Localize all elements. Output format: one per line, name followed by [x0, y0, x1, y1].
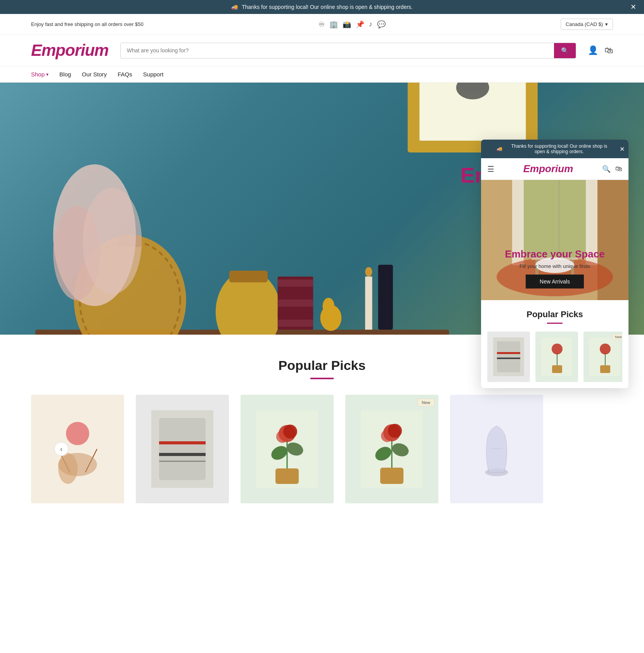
- svg-rect-67: [497, 358, 520, 359]
- account-icon[interactable]: 👤: [588, 45, 598, 55]
- mobile-products-grid: New: [487, 332, 622, 382]
- products-wrapper: ‹: [31, 395, 613, 503]
- currency-selector[interactable]: Canada (CAD $) ▾: [561, 19, 613, 30]
- logo[interactable]: Emporium: [31, 41, 109, 60]
- svg-rect-69: [552, 365, 562, 373]
- svg-rect-34: [159, 461, 206, 462]
- announcement-text: Thanks for supporting local! Our online …: [242, 4, 412, 10]
- svg-point-22: [365, 267, 372, 276]
- svg-rect-54: [520, 180, 590, 257]
- currency-label: Canada (CAD $): [566, 21, 603, 27]
- svg-rect-8: [278, 290, 313, 297]
- shipping-message: Enjoy fast and free shipping on all orde…: [31, 21, 144, 27]
- nav-item-shop[interactable]: Shop ▾: [31, 71, 48, 78]
- mobile-product-geranium[interactable]: [535, 332, 578, 382]
- svg-point-71: [552, 344, 563, 354]
- product-card-blanket[interactable]: [136, 395, 229, 503]
- product-image-geranium-2: New: [345, 395, 438, 503]
- svg-rect-23: [378, 265, 393, 330]
- truck-icon: 🚚: [231, 4, 238, 10]
- mobile-hero-image: Embrace your Space Fill your home with u…: [481, 180, 628, 300]
- mobile-product-geranium-2[interactable]: New: [583, 332, 622, 382]
- social-icons: ♾ 🏢 📸 📌 ♪ 💬: [319, 20, 386, 29]
- mobile-header-icons: 🔍 🛍: [602, 165, 622, 173]
- header: Emporium 🔍 👤 🛍: [0, 35, 644, 66]
- mobile-product-blanket[interactable]: [487, 332, 530, 382]
- svg-rect-36: [275, 468, 299, 484]
- nav-link-our-story[interactable]: Our Story: [82, 71, 107, 78]
- mobile-new-badge: New: [612, 334, 622, 340]
- mobile-popular-title: Popular Picks: [487, 309, 622, 320]
- svg-point-16: [83, 188, 142, 294]
- product-card-vase[interactable]: [450, 395, 543, 503]
- carousel-prev-button[interactable]: ‹: [54, 442, 68, 456]
- announcement-close-button[interactable]: ✕: [630, 3, 636, 10]
- social-icon-5[interactable]: ♪: [369, 20, 372, 28]
- mobile-truck-icon: 🚚: [497, 146, 502, 152]
- svg-rect-66: [497, 352, 520, 354]
- nav-link-blog[interactable]: Blog: [59, 71, 71, 78]
- svg-rect-10: [278, 309, 313, 316]
- mobile-product-img-geranium-2: New: [583, 332, 622, 382]
- products-grid: New: [31, 395, 613, 503]
- chevron-icon: ▾: [46, 72, 48, 77]
- chevron-down-icon: ▾: [605, 21, 608, 27]
- product-card-geranium[interactable]: [241, 395, 334, 503]
- search-input[interactable]: [121, 43, 554, 57]
- svg-rect-32: [159, 441, 206, 444]
- cart-icon[interactable]: 🛍: [604, 45, 613, 55]
- svg-rect-73: [600, 365, 610, 373]
- mobile-announcement-text: Thanks for supporting local! Our online …: [506, 143, 613, 154]
- navigation: Shop ▾ Blog Our Story FAQs Support: [0, 66, 644, 83]
- section-divider: [310, 378, 334, 379]
- svg-rect-33: [159, 453, 206, 456]
- svg-rect-5: [229, 271, 268, 282]
- svg-rect-44: [380, 468, 403, 484]
- product-image-vase: [450, 395, 543, 503]
- svg-rect-11: [278, 320, 313, 326]
- mobile-close-button[interactable]: ✕: [620, 145, 625, 153]
- svg-rect-65: [497, 341, 520, 372]
- product-card-art-print[interactable]: [31, 395, 124, 503]
- mobile-menu-icon[interactable]: ☰: [487, 164, 494, 174]
- product-image-geranium: [241, 395, 334, 503]
- svg-rect-7: [278, 280, 313, 287]
- product-image-blanket: [136, 395, 229, 503]
- utility-bar: Enjoy fast and free shipping on all orde…: [0, 14, 644, 35]
- svg-rect-9: [278, 300, 313, 307]
- social-icon-4[interactable]: 📌: [356, 20, 364, 29]
- announcement-bar: 🚚 Thanks for supporting local! Our onlin…: [0, 0, 644, 14]
- header-icons: 👤 🛍: [588, 45, 613, 55]
- search-bar: 🔍: [120, 43, 576, 59]
- mobile-search-icon[interactable]: 🔍: [602, 165, 611, 173]
- mobile-product-img-geranium: [535, 332, 578, 382]
- social-icon-6[interactable]: 💬: [377, 20, 386, 29]
- svg-point-42: [283, 425, 297, 439]
- svg-point-75: [600, 344, 611, 354]
- mobile-overlay-panel: 🚚 Thanks for supporting local! Our onlin…: [481, 140, 628, 388]
- mobile-header: ☰ Emporium 🔍 🛍: [481, 158, 628, 180]
- nav-link-faqs[interactable]: FAQs: [118, 71, 132, 78]
- mobile-logo[interactable]: Emporium: [523, 163, 573, 175]
- product-image-art-print: [31, 395, 124, 503]
- svg-point-29: [58, 453, 78, 484]
- social-icon-3[interactable]: 📸: [343, 20, 351, 29]
- new-badge: New: [417, 399, 435, 406]
- svg-point-13: [323, 298, 334, 314]
- mobile-hero-cta-button[interactable]: New Arrivals: [526, 275, 584, 288]
- svg-point-25: [66, 422, 89, 445]
- social-icon-1[interactable]: ♾: [319, 20, 325, 29]
- mobile-cart-icon[interactable]: 🛍: [615, 165, 622, 173]
- svg-point-50: [388, 424, 402, 438]
- search-button[interactable]: 🔍: [554, 43, 576, 58]
- social-icon-2[interactable]: 🏢: [329, 20, 338, 29]
- mobile-hero-subheading: Fill your home with unique finds: [489, 263, 621, 269]
- nav-link-support[interactable]: Support: [143, 71, 164, 78]
- nav-link-shop[interactable]: Shop: [31, 71, 45, 78]
- mobile-hero-text: Embrace your Space Fill your home with u…: [481, 248, 628, 288]
- mobile-popular-picks: Popular Picks: [481, 300, 628, 388]
- product-card-geranium-2[interactable]: New: [345, 395, 438, 503]
- svg-rect-21: [365, 276, 372, 330]
- mobile-announcement-bar: 🚚 Thanks for supporting local! Our onlin…: [481, 140, 628, 158]
- svg-rect-31: [159, 418, 206, 480]
